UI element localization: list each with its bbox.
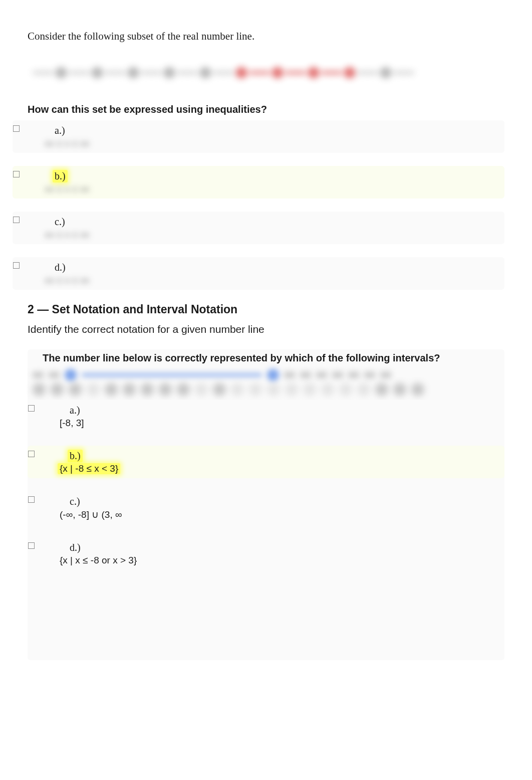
q2-block: The number line below is correctly repre… <box>28 349 504 660</box>
option-label: a.) <box>68 404 82 417</box>
bullet-icon: 🞎 <box>28 404 35 413</box>
bullet-icon: 🞎 <box>13 170 20 178</box>
q1-prompt: How can this set be expressed using ineq… <box>28 104 504 115</box>
q1-intro: Consider the following subset of the rea… <box>28 30 504 43</box>
option-label: c.) <box>68 495 82 508</box>
section-desc: Identify the correct notation for a give… <box>28 323 504 335</box>
q2-option-a[interactable]: 🞎 a.) [-8, 3] <box>28 400 504 433</box>
bullet-icon: 🞎 <box>13 216 20 224</box>
q1-option-c[interactable]: 🞎 c.) xx ≤ x ≤ xx <box>13 212 504 244</box>
option-label: d.) <box>68 541 83 554</box>
q1-number-line-image <box>33 57 504 89</box>
option-answer: [-8, 3] <box>58 418 86 429</box>
q2-number-line-labels <box>33 383 504 396</box>
q2-option-d[interactable]: 🞎 d.) {x | x ≤ -8 or x > 3} <box>28 537 504 570</box>
option-label: b.) <box>68 450 83 462</box>
bullet-icon: 🞎 <box>28 450 35 458</box>
q2-option-c[interactable]: 🞎 c.) (-∞, -8] ∪ (3, ∞ <box>28 491 504 524</box>
section-heading: 2 — Set Notation and Interval Notation <box>28 303 504 316</box>
option-answer: {x | x ≤ -8 or x > 3} <box>58 555 139 566</box>
option-answer: xx ≤ x ≤ xx <box>43 138 91 149</box>
option-answer: xx ≤ x ≤ xx <box>43 275 91 286</box>
option-answer: xx ≤ x ≤ xx <box>43 183 91 194</box>
q2-option-b[interactable]: 🞎 b.) {x | -8 ≤ x < 3} <box>28 446 504 478</box>
option-answer: xx ≤ x ≤ xx <box>43 229 91 240</box>
option-label: a.) <box>53 124 67 137</box>
option-answer: (-∞, -8] ∪ (3, ∞ <box>58 509 124 520</box>
bullet-icon: 🞎 <box>13 261 20 270</box>
option-label: b.) <box>53 170 68 182</box>
option-label: d.) <box>53 261 68 274</box>
q1-option-a[interactable]: 🞎 a.) xx ≤ x ≤ xx <box>13 120 504 153</box>
q1-option-d[interactable]: 🞎 d.) xx ≤ x ≤ xx <box>13 257 504 290</box>
q1-options: 🞎 a.) xx ≤ x ≤ xx 🞎 b.) xx ≤ x ≤ xx 🞎 c.… <box>13 120 504 290</box>
q2-prompt: The number line below is correctly repre… <box>43 352 504 364</box>
option-answer: {x | -8 ≤ x < 3} <box>58 463 120 474</box>
q1-option-b[interactable]: 🞎 b.) xx ≤ x ≤ xx <box>13 166 504 199</box>
q2-number-line-image <box>33 369 504 381</box>
bullet-icon: 🞎 <box>28 541 35 550</box>
bullet-icon: 🞎 <box>28 495 35 504</box>
bullet-icon: 🞎 <box>13 124 20 133</box>
option-label: c.) <box>53 216 67 228</box>
